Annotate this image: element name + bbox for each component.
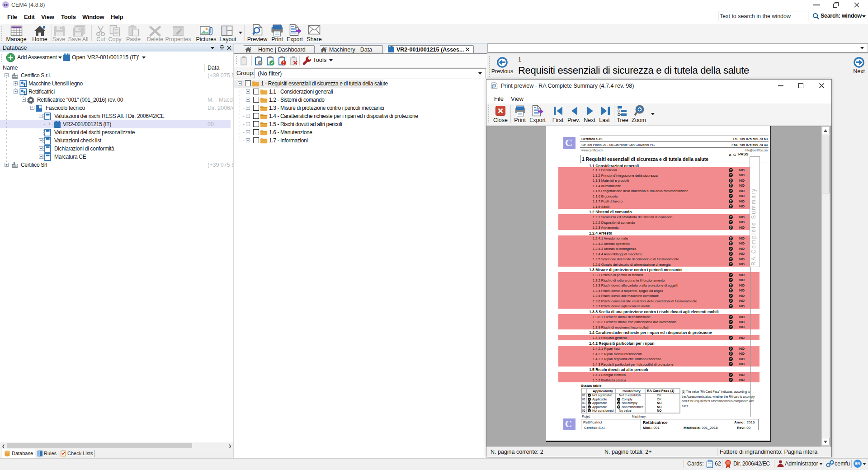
svg-text:?: ? — [730, 352, 731, 355]
svg-text:?: ? — [730, 216, 731, 219]
svg-text:✓: ✓ — [588, 398, 590, 400]
svg-text:?: ? — [730, 242, 731, 245]
svg-text:?: ? — [730, 221, 731, 224]
svg-text:?: ? — [730, 189, 731, 193]
svg-text:?: ? — [730, 263, 731, 266]
svg-text:?: ? — [730, 305, 731, 308]
svg-text:?: ? — [730, 273, 731, 277]
svg-text:?: ? — [730, 247, 731, 250]
svg-text:✓: ✓ — [618, 398, 620, 400]
svg-text:?: ? — [730, 169, 731, 172]
svg-text:?: ? — [730, 357, 731, 361]
svg-text:?: ? — [730, 184, 731, 187]
svg-text:?: ? — [730, 252, 731, 255]
svg-text:?: ? — [730, 284, 731, 287]
svg-text:?: ? — [730, 174, 731, 177]
svg-text:?: ? — [730, 320, 731, 324]
svg-text:?: ? — [730, 237, 731, 240]
svg-text:?: ? — [730, 289, 731, 292]
svg-text:?: ? — [730, 294, 731, 297]
svg-text:✓: ✓ — [588, 405, 590, 408]
svg-text:?: ? — [730, 179, 731, 182]
svg-text:?: ? — [730, 315, 731, 319]
svg-text:?: ? — [259, 61, 261, 65]
svg-text:?: ? — [730, 194, 731, 197]
svg-text:✓: ✓ — [588, 402, 590, 404]
svg-text:?: ? — [730, 362, 731, 366]
svg-text:?: ? — [730, 347, 731, 350]
svg-text:?: ? — [730, 200, 731, 203]
svg-text:?: ? — [730, 278, 731, 282]
svg-text:?: ? — [730, 336, 731, 339]
svg-text:?: ? — [730, 299, 731, 302]
svg-text:?: ? — [730, 378, 731, 381]
svg-text:?: ? — [730, 325, 731, 329]
svg-text:?: ? — [730, 373, 731, 376]
svg-text:?: ? — [730, 205, 731, 208]
svg-text:?: ? — [730, 258, 731, 261]
svg-text:?: ? — [730, 226, 731, 229]
